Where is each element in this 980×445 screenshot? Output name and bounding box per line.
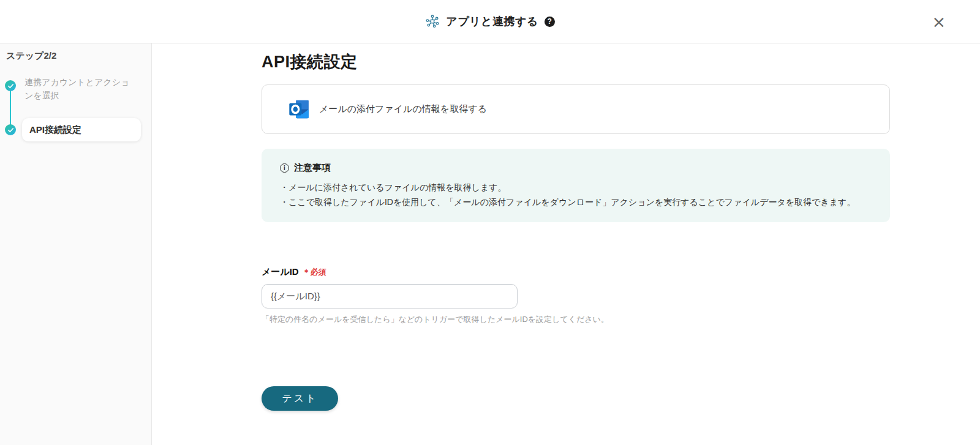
mail-id-label: メールID xyxy=(262,266,299,278)
sidebar-step-api-settings-label: API接続設定 xyxy=(29,124,81,136)
mail-id-input[interactable] xyxy=(262,284,518,309)
required-badge: ＊必須 xyxy=(303,267,326,278)
test-button[interactable]: テスト xyxy=(262,386,338,411)
notice-line: ・ここで取得したファイルIDを使用して、「メールの添付ファイルをダウンロード」ア… xyxy=(280,195,872,209)
notice-box: i 注意事項 ・メールに添付されているファイルの情報を取得します。 ・ここで取得… xyxy=(262,149,890,222)
outlook-icon xyxy=(288,98,311,121)
header-title-group: アプリと連携する ? xyxy=(425,14,555,29)
mail-id-field-group: メールID ＊必須 「特定の件名のメールを受信したら」などのトリガーで取得したメ… xyxy=(262,266,890,325)
sidebar-step-api-settings[interactable]: API接続設定 xyxy=(22,118,141,141)
steps-sidebar: ステップ2/2 連携アカウントとアクションを選択 API接続設定 xyxy=(0,43,152,445)
selected-action-label: メールの添付ファイルの情報を取得する xyxy=(319,103,487,115)
mail-id-helper-text: 「特定の件名のメールを受信したら」などのトリガーで取得したメールIDを設定してく… xyxy=(262,314,890,325)
step-connector-line xyxy=(10,88,11,128)
page-title: API接続設定 xyxy=(262,52,890,72)
modal-header: アプリと連携する ? × xyxy=(0,0,980,43)
info-icon: i xyxy=(280,163,289,173)
modal-title: アプリと連携する xyxy=(446,14,538,29)
sidebar-step-account-action[interactable]: 連携アカウントとアクションを選択 xyxy=(24,75,134,102)
main-panel: API接続設定 メールの添付ファイルの情報を取得する i 注意事項 xyxy=(152,43,980,445)
help-icon[interactable]: ? xyxy=(545,17,555,27)
step-progress-label: ステップ2/2 xyxy=(6,50,56,62)
notice-line: ・メールに添付されているファイルの情報を取得します。 xyxy=(280,180,872,195)
selected-action-card: メールの添付ファイルの情報を取得する xyxy=(262,84,890,134)
notice-title: 注意事項 xyxy=(294,162,331,174)
close-icon[interactable]: × xyxy=(932,13,946,30)
integration-icon xyxy=(425,14,440,29)
check-icon xyxy=(5,124,16,135)
check-icon xyxy=(5,80,16,91)
